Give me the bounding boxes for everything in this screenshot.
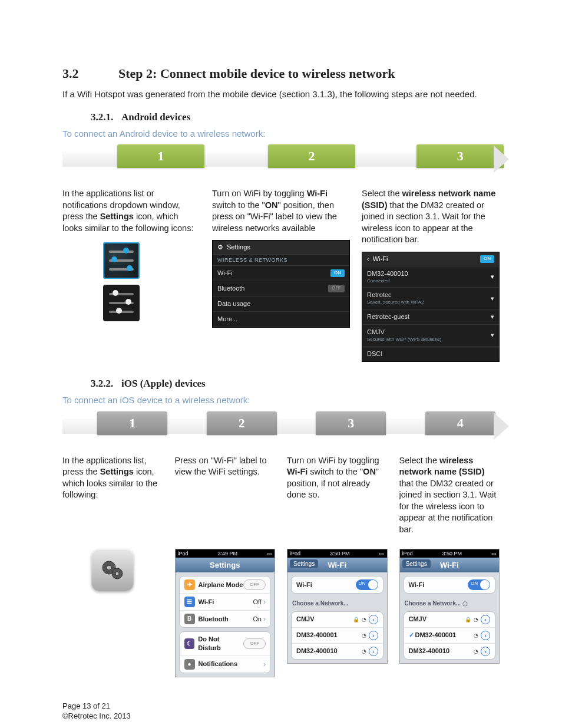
spinner-icon: ◌ bbox=[462, 600, 468, 607]
airplane-icon: ✈ bbox=[184, 579, 195, 590]
ios-columns: In the applications list, press the Sett… bbox=[62, 455, 500, 538]
lock-icon bbox=[353, 615, 359, 624]
gear-icon: ⚙ bbox=[217, 243, 223, 252]
ios-wifi-screenshot-a: iPod3:50 PM▭ SettingsWi-Fi Wi-Fi Choose … bbox=[287, 543, 388, 677]
ios-step-tab-4: 4 bbox=[425, 411, 495, 435]
ios-step-arrow: 1 2 3 4 bbox=[62, 411, 500, 441]
android-wifi-screenshot: ‹Wi-FiON DM32-400010Connected▾ RetrotecS… bbox=[362, 252, 500, 362]
wifi-signal-icon bbox=[362, 647, 366, 655]
ios-settings-gear-icon bbox=[91, 549, 134, 591]
ios-screenshot-row: iPod3:49 PM▭ Settings ✈Airplane ModeOFF … bbox=[62, 543, 500, 677]
android-step-tab-1: 1 bbox=[117, 144, 204, 168]
bluetooth-icon: B bbox=[184, 614, 195, 624]
android-settings-icon-blue bbox=[103, 242, 140, 279]
svg-point-1 bbox=[107, 565, 111, 570]
ios-lead: To connect an iOS device to a wireless n… bbox=[62, 394, 500, 406]
wifi-signal-icon bbox=[362, 615, 366, 624]
ios-step-tab-2: 2 bbox=[207, 411, 277, 435]
ios-wifi-screenshot-b: iPod3:50 PM▭ SettingsWi-Fi Wi-Fi Choose … bbox=[399, 543, 500, 677]
lock-icon bbox=[465, 615, 471, 624]
notifications-icon: ● bbox=[184, 659, 195, 670]
wifi-icon: ☰ bbox=[184, 597, 195, 607]
android-lead: To connect an Android device to a wirele… bbox=[62, 128, 500, 140]
android-settings-screenshot: ⚙Settings WIRELESS & NETWORKS Wi-FiON Bl… bbox=[212, 240, 350, 327]
detail-icon: › bbox=[369, 615, 378, 624]
detail-icon: › bbox=[481, 647, 490, 656]
android-subheading-num: 3.2.1. bbox=[91, 111, 121, 124]
section-heading: 3.2Step 2: Connect mobile device to wire… bbox=[62, 65, 500, 83]
android-step-tab-3: 3 bbox=[416, 144, 504, 168]
page-footer: Page 13 of 21 ©Retrotec Inc. 2013 bbox=[62, 701, 500, 722]
ios-col-3: Turn on WiFi by toggling Wi-Fi switch to… bbox=[287, 455, 388, 538]
wifi-icon: ▾ bbox=[491, 294, 494, 303]
detail-icon: › bbox=[481, 615, 490, 624]
copyright: ©Retrotec Inc. 2013 bbox=[62, 711, 500, 722]
detail-icon: › bbox=[369, 631, 378, 640]
intro-paragraph: If a Wifi Hotspot was generated from the… bbox=[62, 88, 500, 100]
detail-icon: › bbox=[481, 631, 490, 640]
wifi-signal-icon bbox=[474, 615, 478, 624]
check-icon: ✓ bbox=[409, 631, 414, 638]
section-number: 3.2 bbox=[62, 65, 118, 83]
ios-col-1: In the applications list, press the Sett… bbox=[62, 455, 163, 538]
android-col-2: Turn on WiFi by toggling Wi-Fi switch to… bbox=[212, 188, 350, 362]
ios-subheading-title: iOS (Apple) devices bbox=[121, 378, 206, 389]
svg-point-3 bbox=[115, 572, 119, 575]
android-settings-icon-dark bbox=[103, 285, 140, 321]
wifi-signal-icon bbox=[474, 631, 478, 640]
wifi-icon: ▾ bbox=[491, 331, 494, 340]
android-settings-icons bbox=[98, 242, 145, 321]
ios-subheading: 3.2.2.iOS (Apple) devices bbox=[91, 377, 500, 391]
ios-col-4: Select the wireless network name (SSID) … bbox=[399, 455, 500, 538]
detail-icon: › bbox=[369, 647, 378, 656]
ios-settings-screenshot: iPod3:49 PM▭ Settings ✈Airplane ModeOFF … bbox=[175, 543, 276, 677]
wifi-icon: ▾ bbox=[491, 272, 494, 281]
android-step-arrow: 1 2 3 bbox=[62, 144, 500, 174]
android-subheading-title: Android devices bbox=[121, 111, 190, 123]
ios-settings-icon-col bbox=[62, 543, 163, 677]
wifi-icon: ▾ bbox=[491, 312, 494, 321]
ios-col-2: Press on "Wi-Fi" label to view the WiFi … bbox=[175, 455, 276, 538]
page-number: Page 13 of 21 bbox=[62, 701, 500, 711]
wifi-signal-icon bbox=[474, 647, 478, 655]
section-title: Step 2: Connect mobile device to wireles… bbox=[118, 66, 395, 81]
ios-step-tab-1: 1 bbox=[97, 411, 167, 435]
moon-icon: ☾ bbox=[184, 638, 195, 649]
android-step-tab-2: 2 bbox=[268, 144, 355, 168]
android-col-1: In the applications list or notification… bbox=[62, 188, 200, 362]
wifi-signal-icon bbox=[362, 631, 366, 640]
android-columns: In the applications list or notification… bbox=[62, 188, 500, 362]
ios-step-tab-3: 3 bbox=[316, 411, 386, 435]
android-subheading: 3.2.1.Android devices bbox=[91, 111, 500, 124]
android-col-3: Select the wireless network name (SSID) … bbox=[362, 188, 500, 362]
ios-subheading-num: 3.2.2. bbox=[91, 377, 121, 391]
